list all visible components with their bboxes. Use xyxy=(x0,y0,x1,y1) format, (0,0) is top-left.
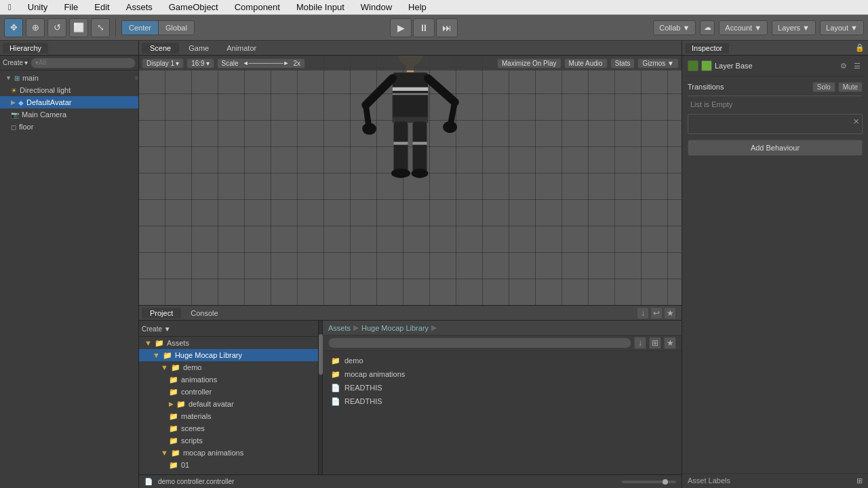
tool-hand[interactable]: ✥ xyxy=(4,18,23,37)
svg-line-6 xyxy=(451,102,455,124)
hierarchy-tab-bar: Hierarchy xyxy=(0,41,138,56)
mute-btn[interactable]: Mute Audio xyxy=(564,58,608,68)
star-icon[interactable]: ★ xyxy=(664,307,676,319)
hierarchy-tab[interactable]: Hierarchy xyxy=(3,43,48,54)
close-list-btn[interactable]: ✕ xyxy=(853,117,859,126)
global-btn[interactable]: Global xyxy=(159,21,194,35)
menu-gameobject[interactable]: GameObject xyxy=(166,2,221,12)
solo-btn[interactable]: Solo xyxy=(812,82,835,92)
tab-inspector[interactable]: Inspector xyxy=(685,43,729,54)
tool-scale[interactable]: ⬜ xyxy=(69,18,88,37)
zoom-slider-thumb[interactable] xyxy=(663,479,668,485)
hierarchy-create-btn[interactable]: Create ▾ xyxy=(3,59,28,66)
tab-game[interactable]: Game xyxy=(180,43,217,54)
file-item-mocap-anim[interactable]: ▼ 📁 mocap animations xyxy=(139,447,318,459)
mute-btn[interactable]: Mute xyxy=(838,82,863,92)
hierarchy-options-icon[interactable]: ≡ xyxy=(135,75,138,81)
display-dropdown[interactable]: Display 1 ▾ xyxy=(142,58,184,68)
menu-assets[interactable]: Assets xyxy=(123,2,155,12)
hierarchy-search[interactable] xyxy=(31,58,136,68)
file-item-controller[interactable]: 📁 controller xyxy=(139,386,318,398)
cloud-icon[interactable]: ☁ xyxy=(700,20,715,35)
menu-component[interactable]: Component xyxy=(232,2,283,12)
menu-edit[interactable]: Edit xyxy=(92,2,112,12)
file-item-demo[interactable]: ▼ 📁 demo xyxy=(139,361,318,373)
file-search-input[interactable] xyxy=(328,338,631,348)
play-button[interactable]: ▶ xyxy=(390,18,412,37)
svg-rect-14 xyxy=(393,87,429,91)
account-button[interactable]: Account ▼ xyxy=(719,20,768,35)
file-item-assets[interactable]: ▼ 📁 Assets xyxy=(139,337,318,349)
save-icon[interactable]: ↓ xyxy=(637,307,649,319)
asset-labels-icon[interactable]: ⊞ xyxy=(856,476,863,485)
hierarchy-tree: ▼ ⊞ main ≡ ☀ Directional light ▶ ◆ Defau… xyxy=(0,70,138,488)
file-item-default-avatar[interactable]: ▶ 📁 default avatar xyxy=(139,398,318,410)
folder-icon-scenes: 📁 xyxy=(169,424,178,433)
tab-animator[interactable]: Animator xyxy=(218,43,264,54)
file-item-scenes[interactable]: 📁 scenes xyxy=(139,422,318,434)
stats-btn[interactable]: Stats xyxy=(610,58,635,68)
apple-menu[interactable]:  xyxy=(5,2,14,12)
step-button[interactable]: ⏭ xyxy=(436,18,458,37)
breadcrumb-bar: Assets ▶ Huge Mocap Library ▶ xyxy=(323,321,682,336)
menu-help[interactable]: Help xyxy=(406,2,429,12)
file-toolbar: Create ▼ xyxy=(139,322,318,337)
menu-window[interactable]: Window xyxy=(358,2,395,12)
tab-scene[interactable]: Scene xyxy=(142,43,179,54)
file-item-scripts[interactable]: 📁 scripts xyxy=(139,434,318,447)
tree-item-floor[interactable]: ◻ floor xyxy=(0,121,138,133)
menu-mobile-input[interactable]: Mobile Input xyxy=(294,2,347,12)
tree-item-main[interactable]: ▼ ⊞ main ≡ xyxy=(0,72,138,84)
tree-item-default-avatar[interactable]: ▶ ◆ DefaultAvatar xyxy=(0,96,138,108)
history-icon[interactable]: ↩ xyxy=(650,307,663,319)
inspector-panel: Inspector 🔒 Layer Base ⚙ ☰ Transitions S… xyxy=(682,41,868,488)
layers-button[interactable]: Layers ▼ xyxy=(772,20,816,35)
project-create-btn[interactable]: Create ▼ xyxy=(142,325,171,333)
scene-view[interactable]: Display 1 ▾ 16:9 ▾ Scale ◄────────► 2x M… xyxy=(139,56,682,305)
breadcrumb-mocap[interactable]: Huge Mocap Library xyxy=(361,324,429,332)
zoom-slider[interactable] xyxy=(622,481,676,483)
color-swatch-2[interactable] xyxy=(701,60,712,71)
layout-button[interactable]: Layout ▼ xyxy=(820,20,864,35)
aspect-dropdown[interactable]: 16:9 ▾ xyxy=(186,58,214,68)
layer-settings-icon[interactable]: ⚙ xyxy=(838,60,849,71)
breadcrumb-assets[interactable]: Assets xyxy=(328,324,351,332)
search-down-icon[interactable]: ↓ xyxy=(634,337,646,349)
content-item-readthis1[interactable]: 📄 READTHIS xyxy=(328,381,676,394)
add-behaviour-btn[interactable]: Add Behaviour xyxy=(688,140,863,156)
svg-rect-11 xyxy=(413,122,427,172)
content-item-mocap-anim[interactable]: 📁 mocap animations xyxy=(328,367,676,381)
scene-icon: ⊞ xyxy=(14,75,20,82)
tree-label-default-avatar: DefaultAvatar xyxy=(26,98,71,106)
scale-control[interactable]: Scale ◄────────► 2x xyxy=(217,58,305,68)
menu-unity[interactable]: Unity xyxy=(25,2,51,12)
center-btn[interactable]: Center xyxy=(122,21,159,35)
file-item-mocap-library[interactable]: ▼ 📁 Huge Mocap Library xyxy=(139,349,318,361)
file-item-01[interactable]: 📁 01 xyxy=(139,459,318,471)
tree-label-floor: floor xyxy=(19,123,33,131)
maximize-btn[interactable]: Maximize On Play xyxy=(497,58,561,68)
zoom-slider-track[interactable] xyxy=(622,481,676,483)
file-item-animations[interactable]: 📁 animations xyxy=(139,373,318,386)
tool-rotate[interactable]: ↺ xyxy=(47,18,66,37)
search-lock-icon[interactable]: ⊞ xyxy=(649,337,661,349)
tool-move[interactable]: ⊕ xyxy=(26,18,45,37)
search-star-icon[interactable]: ★ xyxy=(664,337,676,349)
layer-menu-icon[interactable]: ☰ xyxy=(852,60,863,71)
menu-bar:  Unity File Edit Assets GameObject Comp… xyxy=(0,0,868,15)
file-item-materials[interactable]: 📁 materials xyxy=(139,410,318,422)
color-swatch-1[interactable] xyxy=(688,60,698,71)
menu-file[interactable]: File xyxy=(61,2,81,12)
tab-console[interactable]: Console xyxy=(182,308,226,319)
pause-button[interactable]: ⏸ xyxy=(413,18,435,37)
tree-item-main-camera[interactable]: 📷 Main Camera xyxy=(0,108,138,121)
tree-item-directional-light[interactable]: ☀ Directional light xyxy=(0,84,138,96)
gizmos-btn[interactable]: Gizmos ▼ xyxy=(637,58,679,68)
tool-rect[interactable]: ⤡ xyxy=(91,18,110,37)
tab-project[interactable]: Project xyxy=(142,308,181,319)
content-item-readthis2[interactable]: 📄 READTHIS xyxy=(328,394,676,408)
folder-expand-icon: ▼ xyxy=(144,339,152,347)
collab-button[interactable]: Collab ▼ xyxy=(653,20,696,35)
content-item-demo[interactable]: 📁 demo xyxy=(328,354,676,367)
lock-icon[interactable]: 🔒 xyxy=(854,43,865,54)
